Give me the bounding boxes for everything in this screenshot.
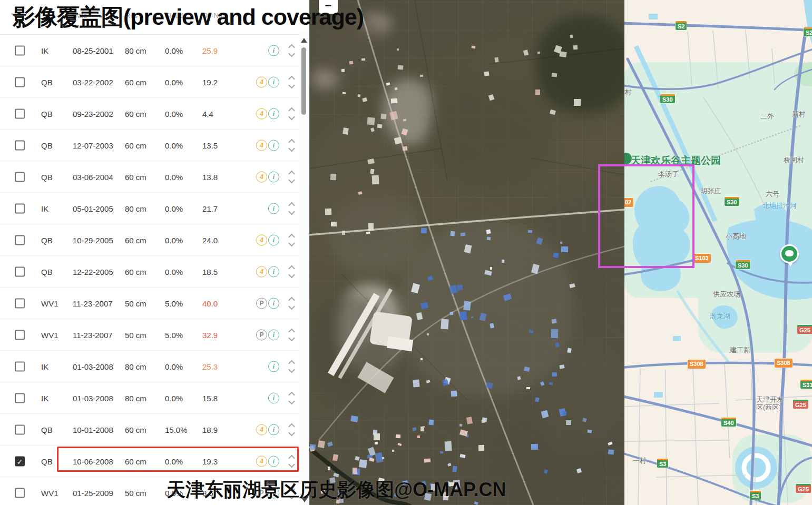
move-down-icon[interactable] bbox=[288, 271, 295, 278]
info-icon[interactable]: i bbox=[268, 361, 279, 372]
move-up-icon[interactable] bbox=[288, 75, 295, 82]
table-row[interactable]: QB10-01-200860 cm15.0%18.94i bbox=[0, 414, 299, 445]
move-up-icon[interactable] bbox=[288, 202, 295, 209]
satellite-building-speck bbox=[490, 267, 493, 270]
move-up-icon[interactable] bbox=[288, 265, 295, 272]
table-row[interactable]: WV111-23-200750 cm5.0%40.0Pi bbox=[0, 288, 299, 319]
move-down-icon[interactable] bbox=[288, 334, 295, 341]
row-checkbox[interactable] bbox=[15, 424, 25, 434]
info-icon[interactable]: i bbox=[268, 76, 279, 87]
move-down-icon[interactable] bbox=[288, 461, 295, 468]
band4-icon[interactable]: 4 bbox=[256, 76, 267, 87]
band4-icon[interactable]: 4 bbox=[256, 424, 267, 435]
row-resolution: 60 cm bbox=[125, 267, 146, 276]
map-place-label: 新村 bbox=[792, 110, 806, 119]
info-icon[interactable]: i bbox=[268, 456, 279, 467]
satellite-building-speck bbox=[486, 236, 491, 240]
row-checkbox[interactable] bbox=[15, 393, 25, 403]
move-up-icon[interactable] bbox=[288, 423, 295, 430]
move-up-icon[interactable] bbox=[288, 233, 295, 240]
road-badge-s2: S2 bbox=[676, 21, 687, 30]
row-checkbox[interactable] bbox=[15, 488, 25, 498]
row-off-nadir: 13.5 bbox=[202, 141, 218, 150]
move-down-icon[interactable] bbox=[288, 82, 295, 88]
move-up-icon[interactable] bbox=[288, 44, 295, 51]
table-row[interactable]: QB09-23-200260 cm0.0%4.44i bbox=[0, 98, 299, 130]
move-up-icon[interactable] bbox=[288, 170, 295, 177]
row-checkbox[interactable] bbox=[15, 108, 25, 118]
info-icon[interactable]: i bbox=[268, 298, 279, 309]
band4-icon[interactable]: 4 bbox=[256, 234, 267, 245]
move-down-icon[interactable] bbox=[288, 366, 295, 373]
info-icon[interactable]: i bbox=[268, 234, 279, 245]
info-icon[interactable]: i bbox=[268, 392, 279, 403]
move-up-icon[interactable] bbox=[288, 454, 295, 461]
move-down-icon[interactable] bbox=[288, 303, 295, 310]
band4-icon[interactable]: 4 bbox=[256, 171, 267, 182]
move-up-icon[interactable] bbox=[288, 296, 295, 303]
table-row[interactable]: ✓QB10-06-200860 cm0.0%19.34i bbox=[0, 445, 299, 477]
row-sensor: QB bbox=[41, 267, 53, 276]
row-checkbox-checked[interactable]: ✓ bbox=[15, 456, 25, 466]
move-down-icon[interactable] bbox=[288, 208, 295, 215]
row-checkbox[interactable] bbox=[15, 203, 25, 213]
table-row[interactable]: IK01-03-200880 cm0.0%25.3i bbox=[0, 351, 299, 382]
table-row[interactable]: IK01-03-200880 cm0.0%15.8i bbox=[0, 382, 299, 414]
row-checkbox[interactable] bbox=[15, 298, 25, 308]
table-row[interactable]: WV111-23-200750 cm5.0%32.9Pi bbox=[0, 319, 299, 351]
row-checkbox[interactable] bbox=[15, 45, 25, 55]
pan-icon[interactable]: P bbox=[256, 329, 267, 340]
info-icon[interactable]: i bbox=[268, 45, 279, 56]
row-date: 10-29-2005 bbox=[73, 235, 113, 244]
row-checkbox[interactable] bbox=[15, 266, 25, 276]
table-row[interactable]: QB12-07-200360 cm0.0%13.54i bbox=[0, 130, 299, 161]
move-down-icon[interactable] bbox=[288, 240, 295, 246]
move-down-icon[interactable] bbox=[288, 50, 295, 57]
satellite-preview-map[interactable]: − bbox=[309, 0, 624, 505]
move-up-icon[interactable] bbox=[288, 328, 295, 335]
row-checkbox[interactable] bbox=[15, 77, 25, 87]
band4-icon[interactable]: 4 bbox=[256, 140, 267, 151]
table-scrollbar[interactable] bbox=[299, 32, 308, 505]
pan-icon[interactable]: P bbox=[256, 298, 267, 309]
row-checkbox[interactable] bbox=[15, 361, 25, 371]
info-icon[interactable]: i bbox=[268, 424, 279, 435]
move-up-icon[interactable] bbox=[288, 107, 295, 114]
band4-icon[interactable]: 4 bbox=[256, 266, 267, 277]
row-date: 10-01-2008 bbox=[73, 425, 113, 434]
row-reorder-controls bbox=[287, 43, 296, 57]
move-down-icon[interactable] bbox=[288, 429, 295, 436]
amusement-park-poi-icon[interactable] bbox=[780, 244, 799, 263]
move-up-icon[interactable] bbox=[288, 138, 295, 145]
band4-icon[interactable]: 4 bbox=[256, 108, 267, 119]
table-row[interactable]: QB03-06-200460 cm0.0%13.84i bbox=[0, 161, 299, 193]
row-checkbox[interactable] bbox=[15, 235, 25, 245]
scroll-up-arrow-icon[interactable] bbox=[301, 38, 307, 43]
table-row[interactable]: IK08-25-200180 cm0.0%25.9i bbox=[0, 35, 299, 66]
table-row[interactable]: IK05-01-200580 cm0.0%21.7i bbox=[0, 193, 299, 224]
info-icon[interactable]: i bbox=[268, 171, 279, 182]
move-down-icon[interactable] bbox=[288, 398, 295, 404]
row-checkbox[interactable] bbox=[15, 172, 25, 182]
move-down-icon[interactable] bbox=[288, 176, 295, 183]
move-down-icon[interactable] bbox=[288, 113, 295, 120]
move-down-icon[interactable] bbox=[288, 145, 295, 152]
table-row[interactable]: QB10-29-200560 cm0.0%24.04i bbox=[0, 224, 299, 256]
row-off-nadir: 24.0 bbox=[202, 235, 218, 244]
info-icon[interactable]: i bbox=[268, 203, 279, 214]
info-icon[interactable]: i bbox=[268, 329, 279, 340]
table-row[interactable]: QB03-22-200260 cm0.0%19.24i bbox=[0, 66, 299, 98]
satellite-building-speck bbox=[420, 302, 428, 309]
move-up-icon[interactable] bbox=[288, 360, 295, 367]
info-icon[interactable]: i bbox=[268, 266, 279, 277]
info-icon[interactable]: i bbox=[268, 108, 279, 119]
row-checkbox[interactable] bbox=[15, 140, 25, 150]
row-resolution: 60 cm bbox=[125, 109, 146, 118]
scrollbar-thumb[interactable] bbox=[301, 47, 306, 115]
row-checkbox[interactable] bbox=[15, 330, 25, 340]
band4-icon[interactable]: 4 bbox=[256, 456, 267, 467]
row-off-nadir: 18.9 bbox=[202, 425, 218, 434]
info-icon[interactable]: i bbox=[268, 140, 279, 151]
move-up-icon[interactable] bbox=[288, 391, 295, 398]
table-row[interactable]: QB12-22-200560 cm0.0%18.54i bbox=[0, 256, 299, 288]
